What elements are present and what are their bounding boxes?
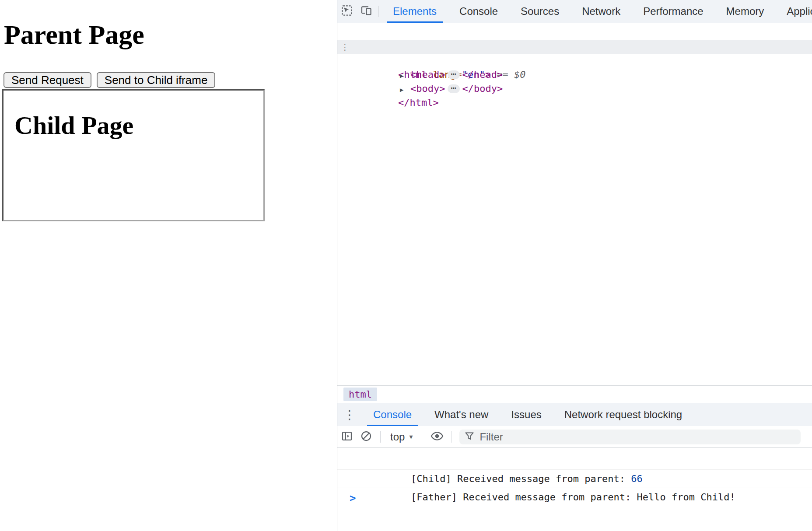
drawer-tab-network-request-blocking[interactable]: Network request blocking	[553, 403, 693, 426]
console-filter-field[interactable]	[459, 430, 801, 444]
tab-application[interactable]: Application	[775, 0, 812, 23]
tab-console[interactable]: Console	[448, 0, 509, 23]
tab-network[interactable]: Network	[570, 0, 632, 23]
rendered-page: Parent Page Send Request Send to Child i…	[0, 0, 337, 531]
drawer-menu-button[interactable]: ⋮	[337, 403, 362, 426]
devtools-panel: Elements Console Sources Network Perform…	[337, 0, 812, 531]
elements-breadcrumb: html	[337, 385, 812, 403]
kebab-icon: ⋮	[343, 408, 356, 422]
child-page-title: Child Page	[14, 111, 263, 140]
head-node[interactable]: ▶<head>⋯</head>	[337, 54, 812, 68]
console-message-text: [Child] Received message from parent:	[411, 473, 631, 484]
elements-tree: <!DOCTYPE html> ⋮ <html lang="en"> == $0…	[337, 23, 812, 385]
eye-icon	[430, 429, 444, 445]
tab-elements[interactable]: Elements	[382, 0, 448, 23]
drawer-tab-issues[interactable]: Issues	[500, 403, 553, 426]
html-close-node[interactable]: </html>	[337, 82, 812, 96]
toolbar-divider	[451, 431, 452, 443]
toggle-device-toolbar-button[interactable]	[357, 0, 376, 23]
clear-console-icon	[360, 430, 373, 444]
execution-context-selector[interactable]: top ▾	[385, 431, 418, 443]
send-request-button[interactable]: Send Request	[4, 72, 91, 88]
console-message-number: 66	[631, 473, 643, 484]
console-message: [Child] Received message from parent: 66	[337, 451, 812, 470]
create-live-expression-button[interactable]	[427, 429, 447, 445]
filter-input[interactable]	[480, 431, 796, 443]
console-messages: [Child] Received message from parent: 66…	[337, 448, 812, 531]
drawer-tab-console[interactable]: Console	[362, 403, 423, 426]
clear-console-button[interactable]	[357, 430, 376, 444]
tab-performance[interactable]: Performance	[632, 0, 714, 23]
browser-window: Parent Page Send Request Send to Child i…	[0, 0, 812, 531]
child-iframe: Child Page	[2, 89, 265, 221]
drawer-tabbar: ⋮ Console What's new Issues Network requ…	[337, 403, 812, 426]
console-message-text: [Father] Received message from parent: H…	[411, 492, 735, 503]
body-node[interactable]: ▶<body>⋯</body>	[337, 68, 812, 82]
node-menu-icon[interactable]: ⋮	[341, 40, 349, 54]
inspect-cursor-icon	[340, 4, 354, 19]
drawer-tab-whats-new[interactable]: What's new	[423, 403, 500, 426]
console-toolbar: top ▾	[337, 426, 812, 448]
device-toolbar-icon	[360, 4, 373, 19]
inspect-element-button[interactable]	[337, 0, 357, 23]
html-node[interactable]: ⋮ <html lang="en"> == $0	[337, 40, 812, 54]
send-to-child-iframe-button[interactable]: Send to Child iframe	[97, 72, 216, 88]
breadcrumb-html[interactable]: html	[343, 388, 377, 401]
tab-memory[interactable]: Memory	[715, 0, 776, 23]
tabbar-divider	[378, 6, 379, 17]
tab-sources[interactable]: Sources	[509, 0, 570, 23]
toolbar-divider	[380, 431, 381, 443]
console-prompt-chevron-icon: >	[350, 492, 356, 504]
devtools-main-tabbar: Elements Console Sources Network Perform…	[337, 0, 812, 23]
chevron-down-icon: ▾	[409, 433, 413, 441]
show-console-sidebar-button[interactable]	[337, 430, 357, 444]
button-row: Send Request Send to Child iframe	[4, 72, 337, 88]
doctype-node[interactable]: <!DOCTYPE html>	[337, 26, 812, 40]
console-sidebar-icon	[340, 430, 354, 444]
filter-funnel-icon	[464, 430, 475, 444]
context-label: top	[390, 431, 405, 443]
page-title: Parent Page	[4, 19, 337, 50]
html-close-tag: </html>	[398, 97, 439, 108]
